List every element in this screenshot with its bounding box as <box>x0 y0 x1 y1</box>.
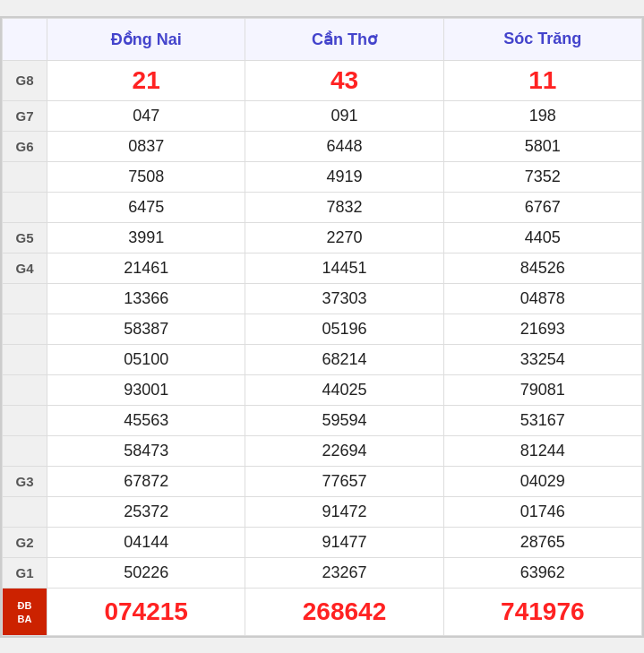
prize-value: 50226 <box>47 557 245 588</box>
prize-value: 5801 <box>443 131 641 161</box>
prize-value: 68214 <box>245 344 443 374</box>
prize-value: 37303 <box>245 283 443 314</box>
prize-value: 44025 <box>245 374 443 405</box>
prize-value: 21693 <box>443 314 641 344</box>
prize-value: 7508 <box>47 161 245 192</box>
prize-label <box>3 405 47 435</box>
prize-value: 3991 <box>47 222 245 253</box>
prize-value: 21461 <box>47 253 245 283</box>
prize-label: G4 <box>3 253 47 283</box>
prize-value: 6767 <box>443 192 641 222</box>
special-prize-row: ĐBBA074215268642741976 <box>3 588 642 635</box>
table-row: G4214611445184526 <box>3 253 642 283</box>
prize-value: 7352 <box>443 161 641 192</box>
table-row: 455635959453167 <box>3 405 642 435</box>
prize-label: G8 <box>3 60 47 100</box>
prize-label <box>3 283 47 314</box>
prize-value: 13366 <box>47 283 245 314</box>
prize-value: 58473 <box>47 435 245 466</box>
prize-value: 6475 <box>47 192 245 222</box>
prize-value: 05196 <box>245 314 443 344</box>
prize-value: 67872 <box>47 466 245 496</box>
header-empty <box>3 18 47 60</box>
prize-value: 4405 <box>443 222 641 253</box>
prize-value: 25372 <box>47 496 245 527</box>
logo-cell: ĐBBA <box>3 588 47 635</box>
prize-value: 45563 <box>47 405 245 435</box>
prize-value: 04144 <box>47 527 245 557</box>
prize-value: 04029 <box>443 466 641 496</box>
prize-value: 6448 <box>245 131 443 161</box>
prize-label <box>3 344 47 374</box>
prize-label <box>3 161 47 192</box>
prize-label <box>3 192 47 222</box>
prize-value: 43 <box>245 60 443 100</box>
prize-value: 79081 <box>443 374 641 405</box>
prize-value: 22694 <box>245 435 443 466</box>
prize-value: 59594 <box>245 405 443 435</box>
lottery-table-container: Đồng Nai Cần Thơ Sóc Trăng G8214311G7047… <box>0 16 644 638</box>
prize-label: G2 <box>3 527 47 557</box>
prize-value: 53167 <box>443 405 641 435</box>
prize-value: 77657 <box>245 466 443 496</box>
table-row: G1502262326763962 <box>3 557 642 588</box>
table-row: G8214311 <box>3 60 642 100</box>
prize-value: 91477 <box>245 527 443 557</box>
special-prize-value: 074215 <box>47 588 245 635</box>
prize-label: G1 <box>3 557 47 588</box>
table-row: G6083764485801 <box>3 131 642 161</box>
prize-value: 091 <box>245 100 443 131</box>
table-row: 750849197352 <box>3 161 642 192</box>
header-can-tho: Cần Thơ <box>245 18 443 60</box>
header-soc-trang: Sóc Trăng <box>443 18 641 60</box>
prize-value: 047 <box>47 100 245 131</box>
table-row: G5399122704405 <box>3 222 642 253</box>
prize-value: 21 <box>47 60 245 100</box>
table-row: G3678727765704029 <box>3 466 642 496</box>
prize-value: 14451 <box>245 253 443 283</box>
prize-label <box>3 435 47 466</box>
prize-value: 7832 <box>245 192 443 222</box>
lottery-table: Đồng Nai Cần Thơ Sóc Trăng G8214311G7047… <box>2 18 642 636</box>
table-row: 647578326767 <box>3 192 642 222</box>
prize-label: G3 <box>3 466 47 496</box>
table-row: 253729147201746 <box>3 496 642 527</box>
prize-value: 33254 <box>443 344 641 374</box>
prize-value: 0837 <box>47 131 245 161</box>
table-row: 051006821433254 <box>3 344 642 374</box>
prize-label: G5 <box>3 222 47 253</box>
table-row: 583870519621693 <box>3 314 642 344</box>
prize-value: 58387 <box>47 314 245 344</box>
prize-value: 93001 <box>47 374 245 405</box>
prize-label <box>3 496 47 527</box>
prize-value: 4919 <box>245 161 443 192</box>
prize-value: 05100 <box>47 344 245 374</box>
table-row: 584732269481244 <box>3 435 642 466</box>
prize-value: 2270 <box>245 222 443 253</box>
table-row: G7047091198 <box>3 100 642 131</box>
header-dong-nai: Đồng Nai <box>47 18 245 60</box>
prize-value: 63962 <box>443 557 641 588</box>
prize-label <box>3 374 47 405</box>
table-row: 133663730304878 <box>3 283 642 314</box>
table-row: G2041449147728765 <box>3 527 642 557</box>
prize-value: 198 <box>443 100 641 131</box>
prize-label: G7 <box>3 100 47 131</box>
special-prize-value: 741976 <box>443 588 641 635</box>
prize-value: 91472 <box>245 496 443 527</box>
prize-value: 04878 <box>443 283 641 314</box>
prize-value: 81244 <box>443 435 641 466</box>
special-prize-value: 268642 <box>245 588 443 635</box>
prize-value: 28765 <box>443 527 641 557</box>
prize-value: 11 <box>443 60 641 100</box>
prize-value: 01746 <box>443 496 641 527</box>
table-row: 930014402579081 <box>3 374 642 405</box>
prize-label: G6 <box>3 131 47 161</box>
prize-label <box>3 314 47 344</box>
header-row: Đồng Nai Cần Thơ Sóc Trăng <box>3 18 642 60</box>
prize-value: 23267 <box>245 557 443 588</box>
prize-value: 84526 <box>443 253 641 283</box>
